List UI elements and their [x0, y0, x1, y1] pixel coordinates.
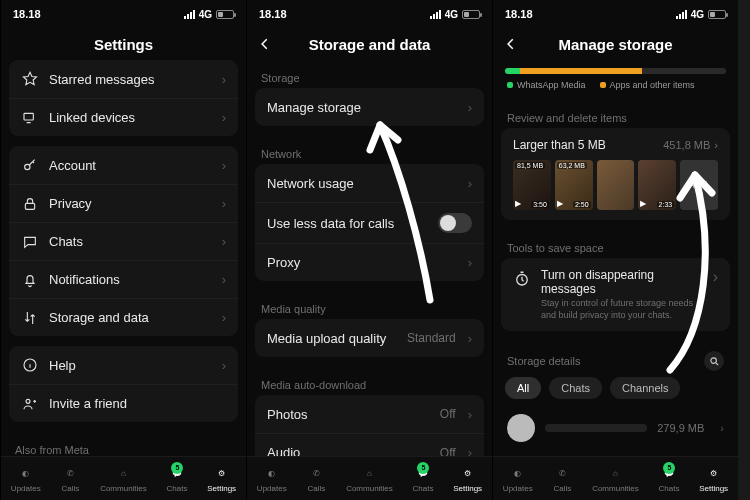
tab-calls[interactable]: ✆Calls	[60, 465, 80, 493]
chat-storage-row[interactable]: 194,4 MB›	[493, 449, 738, 456]
row-label: Help	[49, 358, 212, 373]
row-privacy[interactable]: Privacy ›	[9, 184, 238, 222]
header: Storage and data	[247, 28, 492, 60]
battery-icon	[462, 10, 480, 19]
timer-icon	[513, 270, 531, 288]
row-value: Off	[440, 407, 456, 421]
media-thumb[interactable]: 81,5 MB3:50▶	[513, 160, 551, 210]
tab-updates[interactable]: ◐Updates	[257, 465, 287, 493]
media-thumb[interactable]: 2:33▶	[638, 160, 676, 210]
chat-storage-row[interactable]: 279,9 MB›	[493, 407, 738, 449]
tab-communities[interactable]: ⌂Communities	[346, 465, 393, 493]
battery-icon	[216, 10, 234, 19]
tabbar: ◐Updates ✆Calls ⌂Communities 💬Chats5 ⚙Se…	[1, 456, 246, 500]
row-account[interactable]: Account ›	[9, 146, 238, 184]
status-net: 4G	[199, 9, 212, 20]
tab-chats[interactable]: 💬Chats5	[659, 465, 680, 493]
tab-calls[interactable]: ✆Calls	[552, 465, 572, 493]
row-label: Manage storage	[267, 100, 458, 115]
row-less-data[interactable]: Use less data for calls	[255, 202, 484, 243]
row-photos[interactable]: Photos Off ›	[255, 395, 484, 433]
row-upload-quality[interactable]: Media upload quality Standard ›	[255, 319, 484, 357]
scroll-area[interactable]: Storage Manage storage › Network Network…	[247, 60, 492, 456]
chevron-right-icon: ›	[468, 176, 472, 191]
row-label: Network usage	[267, 176, 458, 191]
tab-settings[interactable]: ⚙Settings	[453, 465, 482, 493]
info-icon	[21, 357, 39, 373]
status-bar: 18.18 4G	[1, 0, 246, 28]
screen-storage-and-data: 18.18 4G Storage and data Storage Manage…	[246, 0, 492, 500]
row-label: Account	[49, 158, 212, 173]
card-larger-than-5mb[interactable]: Larger than 5 MB 451,8 MB› 81,5 MB3:50▶6…	[501, 128, 730, 220]
section-meta: Also from Meta	[1, 432, 246, 456]
tab-updates[interactable]: ◐Updates	[503, 465, 533, 493]
media-thumb-more[interactable]: +25	[680, 160, 718, 210]
row-value: Standard	[407, 331, 456, 345]
status-time: 18.18	[13, 8, 41, 20]
tab-communities[interactable]: ⌂Communities	[100, 465, 147, 493]
group-account: Account › Privacy › Chats ›	[9, 146, 238, 336]
tip-title: Turn on disappearing messages	[541, 268, 703, 296]
page-title: Storage and data	[309, 36, 431, 53]
header: Manage storage	[493, 28, 738, 60]
row-value: Off	[440, 446, 456, 457]
row-help[interactable]: Help ›	[9, 346, 238, 384]
scroll-area[interactable]: WhatsApp Media Apps and other items Revi…	[493, 60, 738, 456]
key-icon	[21, 157, 39, 173]
tip-disappearing[interactable]: Turn on disappearing messages Stay in co…	[501, 258, 730, 331]
tab-communities[interactable]: ⌂Communities	[592, 465, 639, 493]
section-storage-details: Storage details	[493, 341, 738, 377]
pill-chats[interactable]: Chats	[549, 377, 602, 399]
back-button[interactable]	[501, 34, 521, 54]
row-chats[interactable]: Chats ›	[9, 222, 238, 260]
row-manage-storage[interactable]: Manage storage ›	[255, 88, 484, 126]
chevron-right-icon: ›	[222, 158, 226, 173]
devices-icon	[21, 110, 39, 126]
chevron-right-icon: ›	[222, 358, 226, 373]
gear-icon: ⚙	[458, 465, 478, 483]
group-network: Network usage › Use less data for calls …	[255, 164, 484, 281]
svg-point-4	[26, 399, 30, 403]
back-button[interactable]	[255, 34, 275, 54]
legend-other: Apps and other items	[600, 80, 695, 90]
chevron-right-icon: ›	[222, 310, 226, 325]
section-review: Review and delete items	[493, 100, 738, 128]
tab-settings[interactable]: ⚙Settings	[207, 465, 236, 493]
media-thumb[interactable]: 63,2 MB2:50▶	[555, 160, 593, 210]
signal-icon	[184, 10, 195, 19]
row-label: Notifications	[49, 272, 212, 287]
section-media-quality: Media quality	[247, 291, 492, 319]
row-storage-and-data[interactable]: Storage and data ›	[9, 298, 238, 336]
svg-point-1	[25, 164, 30, 169]
tab-calls[interactable]: ✆Calls	[306, 465, 326, 493]
status-net: 4G	[691, 9, 704, 20]
group-messages: Starred messages › Linked devices ›	[9, 60, 238, 136]
tab-settings[interactable]: ⚙Settings	[699, 465, 728, 493]
tip-subtitle: Stay in control of future storage needs …	[541, 298, 703, 321]
star-icon	[21, 71, 39, 87]
tab-updates[interactable]: ◐Updates	[11, 465, 41, 493]
bell-icon	[21, 272, 39, 288]
row-proxy[interactable]: Proxy ›	[255, 243, 484, 281]
media-thumb[interactable]	[597, 160, 635, 210]
status-right: 4G	[430, 9, 480, 20]
communities-icon: ⌂	[113, 465, 133, 483]
section-tools: Tools to save space	[493, 230, 738, 258]
status-bar: 18.18 4G	[493, 0, 738, 28]
row-starred-messages[interactable]: Starred messages ›	[9, 60, 238, 98]
row-invite[interactable]: Invite a friend	[9, 384, 238, 422]
chat-name-placeholder	[545, 424, 647, 432]
chevron-right-icon: ›	[222, 196, 226, 211]
row-linked-devices[interactable]: Linked devices ›	[9, 98, 238, 136]
toggle-less-data[interactable]	[438, 213, 472, 233]
pill-all[interactable]: All	[505, 377, 541, 399]
tab-chats[interactable]: 💬Chats5	[413, 465, 434, 493]
chevron-right-icon: ›	[714, 139, 718, 151]
row-audio[interactable]: Audio Off ›	[255, 433, 484, 456]
tab-chats[interactable]: 💬Chats5	[167, 465, 188, 493]
search-button[interactable]	[704, 351, 724, 371]
row-network-usage[interactable]: Network usage ›	[255, 164, 484, 202]
row-notifications[interactable]: Notifications ›	[9, 260, 238, 298]
pill-channels[interactable]: Channels	[610, 377, 680, 399]
scroll-area[interactable]: Starred messages › Linked devices › Acco…	[1, 60, 246, 456]
